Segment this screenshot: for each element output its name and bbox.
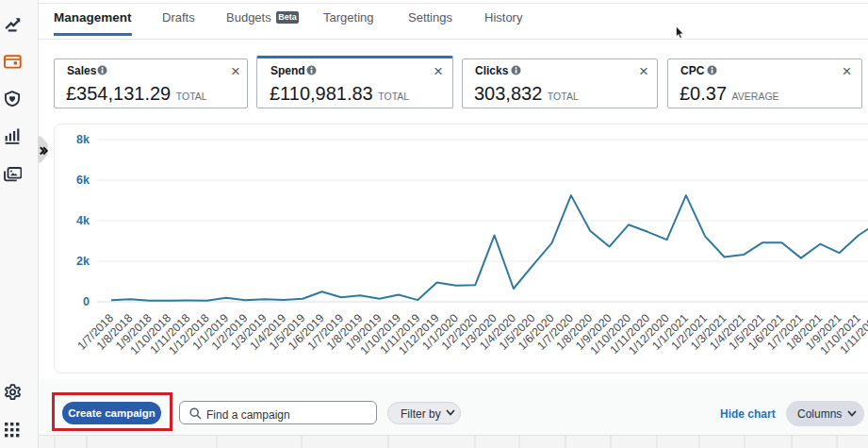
svg-text:4k: 4k bbox=[76, 214, 90, 227]
svg-text:8k: 8k bbox=[76, 133, 90, 146]
svg-text:0: 0 bbox=[83, 295, 90, 308]
svg-text:2k: 2k bbox=[76, 255, 90, 268]
svg-text:6k: 6k bbox=[76, 174, 90, 187]
